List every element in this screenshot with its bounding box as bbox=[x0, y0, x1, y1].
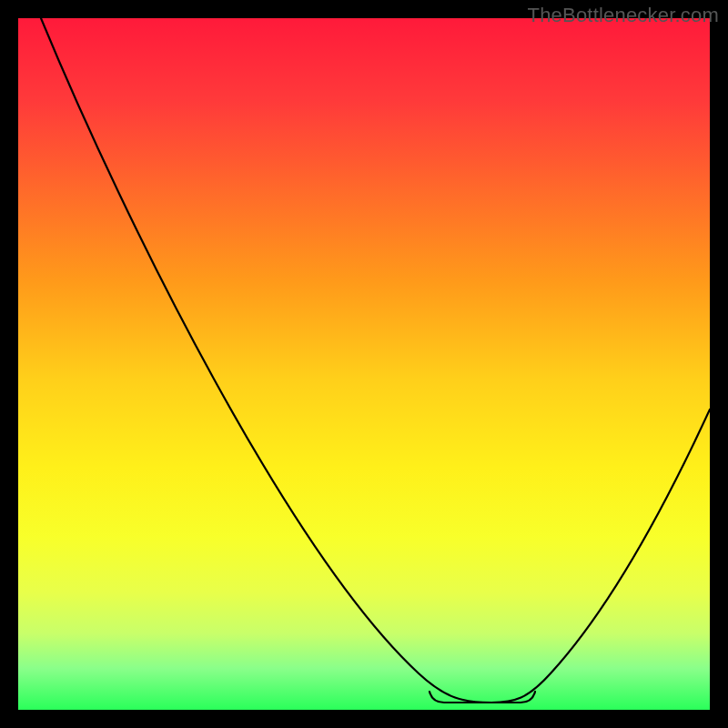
curve-path bbox=[41, 18, 710, 703]
chart-frame: TheBottlenecker.com bbox=[0, 0, 728, 728]
plot-area bbox=[18, 18, 710, 710]
bottleneck-curve bbox=[18, 18, 710, 710]
attribution-label: TheBottlenecker.com bbox=[528, 4, 719, 27]
